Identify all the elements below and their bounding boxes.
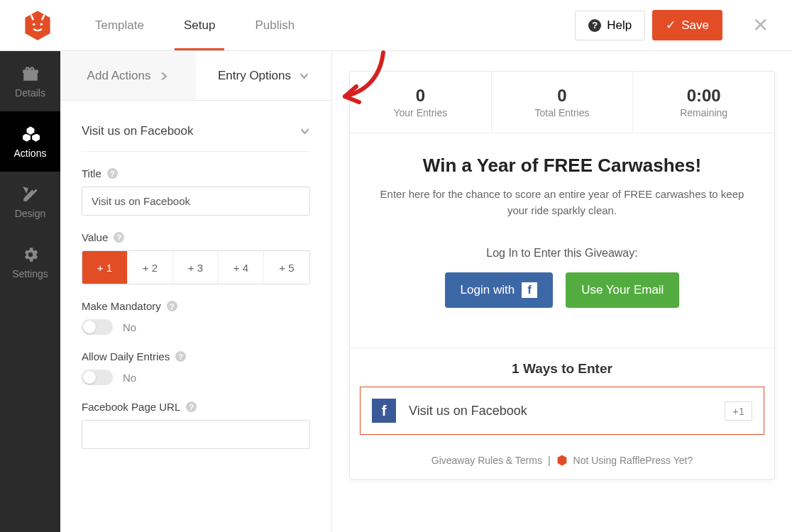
tab-template[interactable]: Template	[75, 0, 164, 50]
cubes-icon	[21, 125, 40, 143]
save-label: Save	[681, 18, 709, 33]
help-icon[interactable]: ?	[114, 232, 124, 243]
tab-label: Add Actions	[87, 69, 151, 83]
stat-label: Total Entries	[492, 107, 633, 118]
mandatory-label: Make Mandatory?	[82, 300, 310, 312]
tab-entry-options[interactable]: Entry Options ❯	[196, 51, 331, 100]
value-option-5[interactable]: + 5	[264, 251, 309, 284]
daily-label: Allow Daily Entries?	[82, 350, 310, 362]
rafflepress-link[interactable]: Not Using RafflePress Yet?	[573, 455, 693, 466]
facebook-icon: f	[522, 282, 537, 298]
entry-method-label: Visit us on Facebook	[409, 404, 712, 419]
value-selector: + 1 + 2 + 3 + 4 + 5	[82, 250, 310, 284]
ways-to-enter-title: 1 Ways to Enter	[350, 348, 774, 387]
login-facebook-button[interactable]: Login with f	[445, 272, 554, 308]
help-button[interactable]: ? Help	[575, 11, 645, 40]
fburl-label: Facebook Page URL?	[82, 401, 310, 413]
tab-setup[interactable]: Setup	[164, 0, 235, 50]
save-button[interactable]: ✓ Save	[652, 10, 722, 40]
giveaway-title: Win a Year of FREE Carwashes!	[375, 155, 749, 177]
top-header: Template Setup Publish ? Help ✓ Save ✕	[0, 0, 792, 51]
sidebar-item-label: Details	[15, 87, 45, 99]
help-icon: ?	[588, 19, 601, 32]
editor-tabs: Add Actions ❯ Entry Options ❯	[60, 51, 331, 101]
sidebar-item-design[interactable]: Design	[0, 172, 60, 232]
facebook-icon: f	[372, 399, 396, 423]
sidebar-item-label: Settings	[12, 268, 48, 279]
stat-remaining: 0:00 Remaining	[633, 72, 774, 133]
svg-point-0	[33, 23, 35, 26]
chevron-down-icon: ❯	[300, 71, 309, 81]
sidebar-item-label: Actions	[14, 148, 47, 159]
stat-value: 0	[350, 86, 491, 106]
value-label: Value?	[82, 231, 310, 243]
tab-publish[interactable]: Publish	[235, 0, 314, 50]
button-label: Login with	[461, 283, 515, 297]
sidebar-item-settings[interactable]: Settings	[0, 232, 60, 292]
close-icon: ✕	[752, 13, 769, 37]
tab-label: Entry Options	[218, 69, 291, 83]
app-logo	[0, 10, 75, 41]
giveaway-preview: 0 Your Entries 0 Total Entries 0:00 Rema…	[349, 71, 775, 480]
rules-link[interactable]: Giveaway Rules & Terms	[431, 455, 542, 466]
stat-label: Remaining	[633, 107, 774, 118]
button-label: Use Your Email	[581, 283, 664, 297]
mandatory-state: No	[123, 321, 136, 333]
value-option-4[interactable]: + 4	[219, 251, 264, 284]
sidebar-item-details[interactable]: Details	[0, 51, 60, 111]
login-email-button[interactable]: Use Your Email	[566, 272, 679, 308]
main-tabs: Template Setup Publish	[75, 0, 314, 50]
close-button[interactable]: ✕	[742, 8, 778, 43]
stat-value: 0:00	[633, 86, 774, 106]
help-icon[interactable]: ?	[107, 168, 118, 179]
editor-panel: Add Actions ❯ Entry Options ❯ Visit us o…	[60, 51, 332, 532]
value-option-2[interactable]: + 2	[128, 251, 173, 284]
stat-label: Your Entries	[350, 107, 491, 118]
daily-toggle[interactable]	[82, 370, 113, 385]
stat-value: 0	[492, 86, 633, 106]
preview-footer: Giveaway Rules & Terms | Not Using Raffl…	[350, 445, 774, 479]
sidebar-item-actions[interactable]: Actions	[0, 111, 60, 172]
title-input[interactable]	[82, 187, 310, 216]
value-option-3[interactable]: + 3	[173, 251, 219, 284]
daily-state: No	[123, 372, 136, 384]
value-option-1[interactable]: + 1	[82, 251, 128, 284]
help-icon[interactable]: ?	[175, 351, 186, 362]
stat-your-entries: 0 Your Entries	[350, 72, 492, 133]
login-prompt: Log In to Enter this Giveaway:	[375, 247, 749, 260]
help-icon[interactable]: ?	[186, 401, 197, 412]
stat-total-entries: 0 Total Entries	[492, 72, 634, 133]
giveaway-description: Enter here for the chance to score an en…	[375, 187, 749, 218]
sidebar-item-label: Design	[15, 208, 46, 219]
chevron-down-icon: ❯	[301, 126, 310, 136]
gift-icon	[21, 65, 40, 83]
title-label: Title?	[82, 167, 310, 179]
entry-method-row[interactable]: f Visit us on Facebook +1	[360, 387, 764, 435]
header-actions: ? Help ✓ Save ✕	[575, 8, 778, 43]
fburl-input[interactable]	[82, 420, 310, 449]
chevron-right-icon: ❯	[159, 71, 169, 80]
mandatory-toggle[interactable]	[82, 319, 113, 335]
section-title: Visit us on Facebook	[82, 124, 194, 138]
sidebar: Details Actions Design Settings	[0, 51, 60, 532]
rafflepress-icon	[556, 455, 568, 466]
help-label: Help	[607, 18, 632, 33]
entry-method-points: +1	[725, 401, 752, 421]
preview-area: 0 Your Entries 0 Total Entries 0:00 Rema…	[332, 51, 792, 532]
design-icon	[21, 185, 40, 204]
gear-icon	[21, 245, 40, 264]
check-icon: ✓	[666, 18, 676, 33]
tab-add-actions[interactable]: Add Actions ❯	[60, 51, 196, 100]
section-header[interactable]: Visit us on Facebook ❯	[82, 115, 310, 152]
svg-point-1	[40, 23, 43, 26]
help-icon[interactable]: ?	[167, 301, 177, 311]
